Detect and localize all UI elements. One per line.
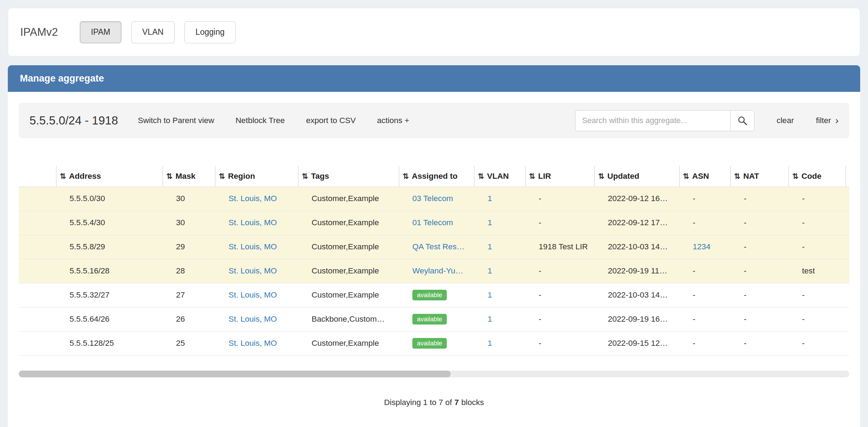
column-header-extra[interactable]: ⇅ xyxy=(846,166,849,187)
available-badge: available xyxy=(412,338,447,349)
table-row[interactable]: 5.5.5.32/2727St. Louis, MOCustomer,Examp… xyxy=(19,283,849,307)
cell-mask: 30 xyxy=(163,211,215,235)
cell-spacer xyxy=(19,211,56,235)
cell-asn: - xyxy=(679,259,730,283)
cell-address: 5.5.5.4/30 xyxy=(56,211,163,235)
cell-updated: 2022-09-19 16… xyxy=(594,307,679,331)
available-badge: available xyxy=(412,290,447,300)
vlan-link[interactable]: 1 xyxy=(488,242,492,251)
column-header-address[interactable]: ⇅Address xyxy=(56,166,163,187)
cell-asn: - xyxy=(679,283,730,307)
cell-nat: - xyxy=(730,235,789,259)
cell-vlan: 1 xyxy=(474,235,525,259)
cell-asn: - xyxy=(679,331,730,355)
horizontal-scrollbar[interactable] xyxy=(19,371,849,377)
cell-address: 5.5.5.128/25 xyxy=(56,331,163,355)
vlan-link[interactable]: 1 xyxy=(488,266,492,275)
column-header-lir[interactable]: ⇅LIR xyxy=(525,166,594,187)
sort-icon: ⇅ xyxy=(166,172,176,181)
table-row[interactable]: 5.5.5.64/2626St. Louis, MOBackbone,Custo… xyxy=(19,307,849,331)
switch-parent-view-link[interactable]: Switch to Parent view xyxy=(138,116,214,125)
manage-aggregate-panel: Manage aggregate 5.5.5.0/24 - 1918 Switc… xyxy=(8,65,860,427)
vlan-link[interactable]: 1 xyxy=(488,218,492,227)
column-spacer xyxy=(19,166,56,187)
cell-extra xyxy=(846,211,849,235)
panel-title: Manage aggregate xyxy=(20,73,104,84)
cell-spacer xyxy=(19,307,56,331)
search-button[interactable] xyxy=(730,110,754,131)
vlan-link[interactable]: 1 xyxy=(488,315,492,323)
column-header-code[interactable]: ⇅Code xyxy=(789,166,846,187)
cell-code: - xyxy=(789,283,846,307)
table-row[interactable]: 5.5.5.16/2828St. Louis, MOCustomer,Examp… xyxy=(19,259,849,283)
cell-tags: Customer,Example xyxy=(298,331,399,355)
assigned-link[interactable]: 03 Telecom xyxy=(412,194,453,203)
cell-assigned: 01 Telecom xyxy=(399,211,474,235)
vlan-link[interactable]: 1 xyxy=(488,290,492,299)
cell-address: 5.5.5.64/26 xyxy=(56,307,163,331)
assigned-link[interactable]: QA Test Res… xyxy=(412,242,465,251)
export-csv-link[interactable]: export to CSV xyxy=(306,116,356,125)
region-link[interactable]: St. Louis, MO xyxy=(229,290,277,299)
column-header-region[interactable]: ⇅Region xyxy=(215,166,298,187)
filter-link[interactable]: filter › xyxy=(816,116,839,126)
region-link[interactable]: St. Louis, MO xyxy=(229,339,277,348)
cell-mask: 30 xyxy=(163,187,215,211)
sort-icon: ⇅ xyxy=(60,172,69,181)
tab-logging[interactable]: Logging xyxy=(185,21,236,43)
cell-vlan: 1 xyxy=(474,331,525,355)
assigned-link[interactable]: Weyland-Yu… xyxy=(412,266,463,275)
sort-icon: ⇅ xyxy=(302,172,311,181)
table-row[interactable]: 5.5.5.4/3030St. Louis, MOCustomer,Exampl… xyxy=(19,211,849,235)
column-header-vlan[interactable]: ⇅VLAN xyxy=(474,166,525,187)
table-row[interactable]: 5.5.5.0/3030St. Louis, MOCustomer,Exampl… xyxy=(19,187,849,211)
column-label: LIR xyxy=(538,172,551,181)
vlan-link[interactable]: 1 xyxy=(488,194,492,203)
column-header-mask[interactable]: ⇅Mask xyxy=(163,166,215,187)
column-label: Code xyxy=(802,172,822,181)
cell-nat: - xyxy=(730,331,789,355)
table-header-row: ⇅Address⇅Mask⇅Region⇅Tags⇅Assigned to⇅VL… xyxy=(19,166,849,187)
column-header-asn[interactable]: ⇅ASN xyxy=(679,166,730,187)
cell-spacer xyxy=(19,283,56,307)
actions-menu-link[interactable]: actions + xyxy=(377,116,410,125)
cell-region: St. Louis, MO xyxy=(215,283,298,307)
column-label: Mask xyxy=(176,172,196,181)
tab-ipam[interactable]: IPAM xyxy=(80,21,121,43)
cell-tags: Customer,Example xyxy=(298,187,399,211)
search-input[interactable] xyxy=(575,110,730,131)
assigned-link[interactable]: 01 Telecom xyxy=(412,218,453,227)
region-link[interactable]: St. Louis, MO xyxy=(229,266,277,275)
tab-vlan[interactable]: VLAN xyxy=(131,21,175,43)
cell-spacer xyxy=(19,331,56,355)
cell-asn: - xyxy=(679,211,730,235)
clear-link[interactable]: clear xyxy=(776,116,794,125)
cell-updated: 2022-10-03 14… xyxy=(594,283,679,307)
column-header-nat[interactable]: ⇅NAT xyxy=(730,166,789,187)
region-link[interactable]: St. Louis, MO xyxy=(229,315,277,323)
cell-extra xyxy=(846,307,849,331)
table-row[interactable]: 5.5.5.128/2525St. Louis, MOCustomer,Exam… xyxy=(19,331,849,355)
table-row[interactable]: 5.5.5.8/2929St. Louis, MOCustomer,Exampl… xyxy=(19,235,849,259)
cell-spacer xyxy=(19,235,56,259)
cell-region: St. Louis, MO xyxy=(215,307,298,331)
asn-link[interactable]: 1234 xyxy=(693,242,710,251)
netblock-table: ⇅Address⇅Mask⇅Region⇅Tags⇅Assigned to⇅VL… xyxy=(19,166,849,356)
cell-nat: - xyxy=(730,307,789,331)
region-link[interactable]: St. Louis, MO xyxy=(229,218,277,227)
region-link[interactable]: St. Louis, MO xyxy=(229,194,277,203)
cell-code: - xyxy=(789,331,846,355)
vlan-link[interactable]: 1 xyxy=(488,339,492,348)
column-header-assigned[interactable]: ⇅Assigned to xyxy=(399,166,474,187)
cell-asn: - xyxy=(679,187,730,211)
search-icon xyxy=(737,115,748,126)
netblock-tree-link[interactable]: Netblock Tree xyxy=(236,116,285,125)
sort-icon: ⇅ xyxy=(683,172,692,181)
scrollbar-thumb[interactable] xyxy=(19,371,451,377)
sort-icon: ⇅ xyxy=(403,172,412,181)
aggregate-label: 5.5.5.0/24 - 1918 xyxy=(29,114,118,127)
region-link[interactable]: St. Louis, MO xyxy=(229,242,277,251)
column-header-updated[interactable]: ⇅Updated xyxy=(594,166,679,187)
column-label: ASN xyxy=(692,172,709,181)
column-header-tags[interactable]: ⇅Tags xyxy=(298,166,399,187)
